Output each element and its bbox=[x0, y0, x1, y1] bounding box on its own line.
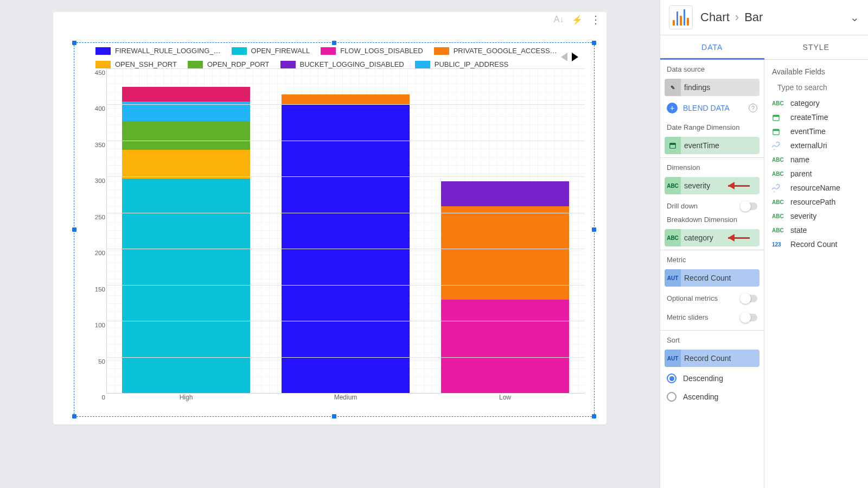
chart-type-icon[interactable] bbox=[669, 5, 693, 29]
legend: FIREWALL_RULE_LOGGING_…OPEN_FIREWALLFLOW… bbox=[95, 47, 585, 68]
abc-icon: ABC bbox=[772, 100, 784, 106]
abc-icon: ABC bbox=[772, 213, 784, 219]
field-label: category bbox=[790, 99, 820, 107]
more-icon[interactable]: ⋮ bbox=[589, 13, 602, 26]
field-search[interactable] bbox=[771, 83, 861, 93]
legend-label: FIREWALL_RULE_LOGGING_… bbox=[115, 47, 221, 55]
link-icon bbox=[772, 142, 784, 150]
blend-data-button[interactable]: + BLEND DATA ? bbox=[660, 98, 764, 118]
calendar-icon bbox=[772, 113, 784, 122]
tab-style[interactable]: STYLE bbox=[764, 35, 869, 59]
field-label: resourceName bbox=[790, 183, 840, 192]
help-icon[interactable]: ? bbox=[749, 104, 757, 112]
bar-segment[interactable] bbox=[441, 206, 569, 300]
y-tick: 400 bbox=[86, 105, 105, 112]
number-icon: 123 bbox=[772, 242, 784, 248]
sort-desc-row[interactable]: Descending bbox=[660, 369, 764, 388]
field-label: externalUri bbox=[790, 141, 827, 150]
abc-icon: ABC bbox=[665, 229, 681, 246]
metric-sliders-toggle[interactable] bbox=[740, 314, 757, 321]
legend-item[interactable]: BUCKET_LOGGING_DISABLED bbox=[280, 60, 404, 68]
annotation-arrow bbox=[728, 183, 755, 188]
drill-down-toggle[interactable] bbox=[740, 202, 757, 210]
field-item[interactable]: ABCcategory bbox=[764, 96, 868, 110]
legend-label: OPEN_FIREWALL bbox=[251, 47, 310, 55]
field-item[interactable]: externalUri bbox=[764, 138, 868, 153]
field-search-input[interactable] bbox=[776, 83, 868, 92]
y-tick: 350 bbox=[86, 142, 105, 148]
tab-data[interactable]: DATA bbox=[660, 35, 764, 59]
calendar-icon bbox=[772, 128, 784, 136]
svg-rect-5 bbox=[773, 129, 779, 131]
y-tick: 0 bbox=[86, 394, 105, 401]
field-item[interactable]: eventTime bbox=[764, 124, 868, 138]
field-item[interactable]: ABCname bbox=[764, 153, 868, 167]
legend-label: BUCKET_LOGGING_DISABLED bbox=[300, 60, 404, 68]
legend-item[interactable]: OPEN_SSH_PORT bbox=[95, 60, 177, 68]
y-tick: 200 bbox=[86, 250, 105, 256]
field-item[interactable]: 123Record Count bbox=[764, 237, 868, 251]
x-tick: Medium bbox=[266, 394, 425, 405]
collapse-panel-icon[interactable]: ⌄ bbox=[850, 11, 859, 24]
dimension-chip[interactable]: ABC severity bbox=[665, 177, 760, 194]
y-tick: 300 bbox=[86, 178, 105, 184]
bar-segment[interactable] bbox=[122, 150, 250, 179]
sort-icon[interactable]: A↓ bbox=[552, 13, 565, 26]
label-data-source: Data source bbox=[660, 60, 764, 77]
pencil-icon: ✎ bbox=[665, 79, 681, 96]
bar-segment[interactable] bbox=[441, 181, 569, 206]
cache-bolt-icon[interactable]: ⚡ bbox=[571, 13, 584, 26]
legend-item[interactable]: FLOW_LOGS_DISABLED bbox=[321, 47, 423, 55]
bar-segment[interactable] bbox=[441, 300, 569, 394]
aut-icon: AUT bbox=[665, 269, 681, 287]
field-item[interactable]: ABCparent bbox=[764, 167, 868, 181]
metric-chip[interactable]: AUT Record Count bbox=[665, 269, 760, 287]
bar-segment[interactable] bbox=[122, 179, 250, 394]
radio-icon[interactable] bbox=[667, 392, 676, 402]
legend-item[interactable]: PUBLIC_IP_ADDRESS bbox=[415, 60, 509, 68]
legend-prev-icon[interactable] bbox=[561, 53, 567, 61]
chart-card[interactable]: A↓ ⚡ ⋮ FIREWALL_RULE_LOGGING_…OPEN_FIREW… bbox=[53, 12, 607, 424]
radio-checked-icon[interactable] bbox=[667, 373, 676, 383]
legend-swatch bbox=[280, 61, 296, 68]
field-label: createTime bbox=[790, 113, 828, 122]
plus-icon: + bbox=[667, 103, 678, 113]
report-canvas[interactable]: A↓ ⚡ ⋮ FIREWALL_RULE_LOGGING_…OPEN_FIREW… bbox=[0, 0, 660, 488]
data-config-column: Data source ✎ findings + BLEND DATA ? Da… bbox=[660, 60, 764, 488]
legend-item[interactable]: PRIVATE_GOOGLE_ACCESS… bbox=[434, 47, 557, 55]
field-item[interactable]: createTime bbox=[764, 110, 868, 124]
legend-item[interactable]: OPEN_FIREWALL bbox=[232, 47, 310, 55]
legend-label: OPEN_RDP_PORT bbox=[207, 60, 270, 68]
sort-metric-chip[interactable]: AUT Record Count bbox=[665, 350, 760, 367]
label-metric: Metric bbox=[660, 250, 764, 267]
legend-item[interactable]: OPEN_RDP_PORT bbox=[188, 60, 270, 68]
legend-pager[interactable] bbox=[561, 53, 578, 61]
field-item[interactable]: ABCseverity bbox=[764, 209, 868, 223]
field-item[interactable]: ABCstate bbox=[764, 223, 868, 237]
optional-metrics-toggle[interactable] bbox=[740, 295, 757, 302]
abc-icon: ABC bbox=[665, 177, 681, 194]
svg-rect-1 bbox=[670, 143, 676, 145]
abc-icon: ABC bbox=[772, 157, 784, 163]
field-item[interactable]: ABCresourcePath bbox=[764, 195, 868, 209]
y-tick: 100 bbox=[86, 322, 105, 328]
date-range-chip[interactable]: eventTime bbox=[665, 137, 760, 154]
bar-segment[interactable] bbox=[122, 121, 250, 150]
legend-item[interactable]: FIREWALL_RULE_LOGGING_… bbox=[95, 47, 221, 55]
bar-segment[interactable] bbox=[122, 87, 250, 102]
legend-swatch bbox=[434, 47, 449, 55]
breakdown-chip[interactable]: ABC category bbox=[665, 229, 760, 246]
bar-segment[interactable] bbox=[282, 94, 409, 105]
available-fields-heading: Available Fields bbox=[764, 60, 868, 79]
available-fields-column: Available Fields ABCcategorycreateTimeev… bbox=[764, 60, 868, 488]
chevron-right-icon: › bbox=[735, 10, 739, 24]
sort-asc-row[interactable]: Ascending bbox=[660, 388, 764, 406]
breadcrumb-leaf: Bar bbox=[744, 10, 763, 24]
plot-area bbox=[106, 69, 585, 394]
legend-next-icon[interactable] bbox=[572, 53, 578, 61]
metric-sliders-row: Metric sliders bbox=[660, 308, 764, 327]
legend-label: PUBLIC_IP_ADDRESS bbox=[435, 60, 509, 68]
data-source-chip[interactable]: ✎ findings bbox=[665, 79, 760, 96]
field-item[interactable]: resourceName bbox=[764, 181, 868, 195]
field-label: Record Count bbox=[790, 240, 837, 249]
